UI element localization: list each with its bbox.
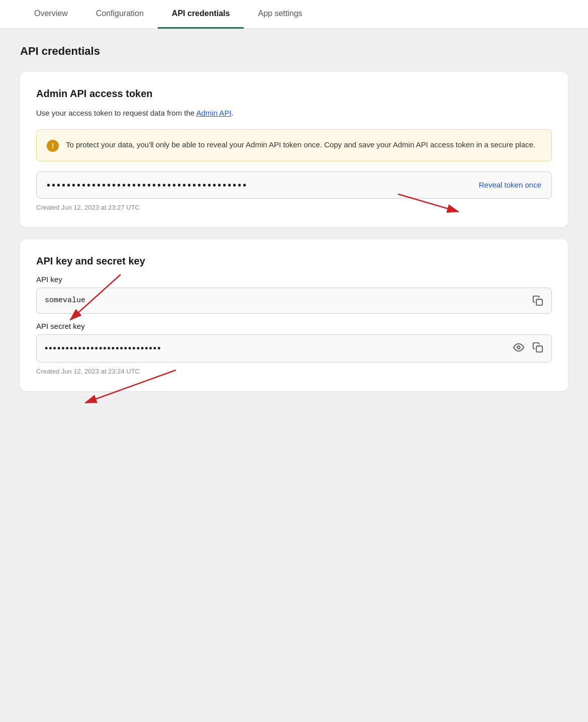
tab-app-settings[interactable]: App settings <box>244 0 316 29</box>
api-secret-field: •••••••••••••••••••••••••••• <box>36 334 552 363</box>
tab-bar: Overview Configuration API credentials A… <box>0 0 588 29</box>
api-key-card-title: API key and secret key <box>36 255 552 267</box>
api-secret-label: API secret key <box>36 322 552 330</box>
admin-token-card-title: Admin API access token <box>36 88 552 100</box>
page-title: API credentials <box>20 45 568 58</box>
token-section: ••••••••••••••••••••••••••••••••••••••••… <box>36 171 552 211</box>
copy-icon-2 <box>532 342 543 353</box>
admin-token-description: Use your access token to request data fr… <box>36 108 552 119</box>
tab-api-credentials[interactable]: API credentials <box>158 0 244 29</box>
svg-point-7 <box>517 346 520 349</box>
page-content: API credentials Admin API access token U… <box>0 29 588 419</box>
description-prefix: Use your access token to request data fr… <box>36 109 197 117</box>
token-dots: •••••••••••••••••••••••••••••••••••••••• <box>47 180 248 190</box>
warning-icon: ! <box>47 140 59 152</box>
svg-rect-6 <box>536 299 542 305</box>
copy-api-key-button[interactable] <box>532 295 543 306</box>
api-key-field: somevalue <box>36 288 552 314</box>
api-key-created: Created Jun 12, 2023 at 23:24 UTC <box>36 368 552 375</box>
api-key-value: somevalue <box>45 296 85 305</box>
admin-token-card: Admin API access token Use your access t… <box>20 72 568 227</box>
api-secret-dots: •••••••••••••••••••••••••••• <box>45 344 161 353</box>
svg-rect-8 <box>536 346 542 352</box>
admin-api-link[interactable]: Admin API <box>197 109 232 117</box>
api-key-label: API key <box>36 275 552 284</box>
reveal-token-button[interactable]: Reveal token once <box>479 180 541 189</box>
tab-configuration[interactable]: Configuration <box>82 0 158 29</box>
token-field: ••••••••••••••••••••••••••••••••••••••••… <box>36 171 552 199</box>
copy-icon <box>532 295 543 306</box>
api-key-card: API key and secret key API key somevalue… <box>20 239 568 391</box>
eye-icon <box>513 342 524 353</box>
warning-box: ! To protect your data, you'll only be a… <box>36 129 552 161</box>
admin-token-created: Created Jun 12, 2023 at 23:27 UTC <box>36 204 552 211</box>
api-secret-icons <box>513 342 543 355</box>
description-suffix: . <box>232 109 234 117</box>
show-secret-button[interactable] <box>513 342 524 355</box>
tab-overview[interactable]: Overview <box>20 0 82 29</box>
warning-text: To protect your data, you'll only be abl… <box>66 139 535 151</box>
copy-secret-button[interactable] <box>532 342 543 355</box>
